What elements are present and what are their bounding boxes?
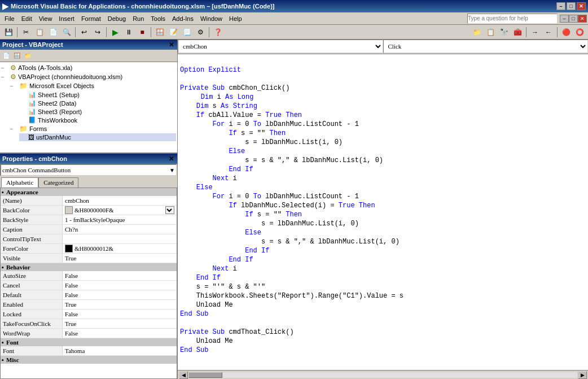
menu-view[interactable]: View	[36, 12, 56, 24]
tb-cut[interactable]: ✂	[20, 26, 32, 38]
tb-break[interactable]: ⏸	[122, 26, 135, 38]
prop-backcolor-label: BackColor	[1, 206, 63, 215]
tb-toggle-bkpt[interactable]: 🔴	[560, 26, 572, 38]
backcolor-dropdown[interactable]: ▼	[165, 206, 174, 214]
app-close-button[interactable]: ✕	[578, 15, 587, 23]
tree-item-sheet3[interactable]: 📊 Sheet3 (Report)	[19, 107, 176, 116]
prop-name-row[interactable]: (Name) cmbChon	[1, 196, 177, 206]
tree-item-atools[interactable]: – ⚙ ATools (A-Tools.xla)	[1, 63, 176, 72]
code-line: End If	[180, 246, 586, 255]
prop-takefocusonclick-row[interactable]: TakeFocusOnClick True	[1, 319, 177, 329]
tree-item-usfdanhmuc[interactable]: 🖼 usfDanhMuc	[19, 133, 176, 141]
menu-debug[interactable]: Debug	[104, 12, 129, 24]
prop-forecolor-value: &H80000012&	[63, 244, 177, 253]
project-panel-close[interactable]: ✕	[168, 41, 175, 49]
section-misc[interactable]: ▪ Misc	[1, 356, 177, 364]
prop-controltiptext-row[interactable]: ControlTipText	[1, 234, 177, 244]
tb-stop[interactable]: ■	[136, 26, 148, 38]
forecolor-swatch	[65, 245, 73, 252]
section-behavior-icon: ▪	[2, 264, 4, 271]
tb-redo[interactable]: ↪	[91, 26, 104, 38]
app-restore-button[interactable]: □	[569, 15, 578, 23]
properties-panel-close[interactable]: ✕	[168, 155, 175, 163]
code-line: Dim s As String	[180, 102, 586, 111]
menu-insert[interactable]: Insert	[55, 12, 78, 24]
code-object-selector[interactable]: cmbChon	[178, 40, 383, 53]
tree-item-thisworkbook[interactable]: 📘 ThisWorkbook	[19, 116, 176, 124]
menu-tools[interactable]: Tools	[147, 12, 169, 24]
pt-view-object[interactable]: 🪟	[12, 51, 22, 61]
close-button[interactable]: ✕	[577, 2, 586, 10]
icon-sheet3: 📊	[28, 108, 36, 115]
prop-font-row[interactable]: Font Tahoma	[1, 346, 177, 356]
tree-item-sheet1[interactable]: 📊 Sheet1 (Setup)	[19, 90, 176, 99]
minimize-button[interactable]: –	[556, 2, 565, 10]
tree-item-forms[interactable]: – 📁 Forms	[10, 124, 176, 133]
prop-caption-row[interactable]: Caption Ch?n	[1, 225, 177, 234]
tb-indent[interactable]: →	[529, 26, 541, 38]
tb-help[interactable]: ❓	[212, 26, 224, 38]
tb-properties[interactable]: 📋	[484, 26, 497, 38]
icon-atools: ⚙	[10, 64, 16, 72]
hscroll-thumb[interactable]	[188, 372, 222, 378]
section-font[interactable]: ▪ Font	[1, 338, 177, 346]
prop-forecolor-row[interactable]: ForeColor &H80000012&	[1, 244, 177, 254]
tb-run[interactable]: ▶	[109, 26, 121, 38]
prop-backstyle-row[interactable]: BackStyle 1 - fmBackStyleOpaque	[1, 215, 177, 225]
menu-file[interactable]: File	[1, 12, 18, 24]
code-area[interactable]: Option Explicit Private Sub cmbChon_Clic…	[178, 54, 588, 370]
tb-save[interactable]: 💾	[2, 26, 15, 38]
prop-autosize-label: AutoSize	[1, 271, 63, 280]
restore-button[interactable]: □	[567, 2, 576, 10]
prop-enabled-row[interactable]: Enabled True	[1, 300, 177, 310]
tb-procedure[interactable]: ⚙	[194, 26, 207, 38]
pt-toggle-folders[interactable]: 📁	[23, 51, 33, 61]
app-minimize-button[interactable]: –	[560, 15, 569, 23]
tb-classmodule[interactable]: 📃	[181, 26, 193, 38]
section-behavior[interactable]: ▪ Behavior	[1, 263, 177, 271]
tb-find[interactable]: 🔍	[60, 26, 73, 38]
prop-wordwrap-row[interactable]: WordWrap False	[1, 329, 177, 338]
label-sheet3: Sheet3 (Report)	[38, 108, 82, 115]
prop-controltiptext-value	[63, 234, 177, 243]
tb-outdent[interactable]: ←	[542, 26, 555, 38]
prop-backcolor-row[interactable]: BackColor &H8000000F& ▼	[1, 206, 177, 215]
tab-categorized[interactable]: Categorized	[38, 177, 78, 188]
prop-visible-row[interactable]: Visible True	[1, 254, 177, 263]
tree-item-sheet2[interactable]: 📊 Sheet2 (Data)	[19, 99, 176, 107]
prop-object-selector[interactable]: cmbChon CommandButton ▼	[0, 164, 177, 176]
menu-format[interactable]: Format	[78, 12, 104, 24]
prop-default-value: False	[63, 290, 177, 299]
properties-panel-title: Properties - cmbChon ✕	[0, 154, 177, 164]
tb-paste[interactable]: 📄	[47, 26, 59, 38]
tb-obj-browser[interactable]: 🔭	[498, 26, 510, 38]
prop-autosize-row[interactable]: AutoSize False	[1, 271, 177, 281]
tb-userform[interactable]: 🪟	[153, 26, 166, 38]
tb-project-explorer[interactable]: 📁	[471, 26, 483, 38]
hscroll-left[interactable]: ◀	[179, 371, 188, 379]
prop-locked-row[interactable]: Locked False	[1, 310, 177, 319]
tb-module[interactable]: 📝	[167, 26, 179, 38]
help-search[interactable]	[467, 14, 558, 24]
menu-help[interactable]: Help	[226, 12, 245, 24]
tree-item-vbaproject[interactable]: – ⚙ VBAProject (chonnhieudoituong.xlsm)	[1, 72, 176, 81]
properties-panel: Properties - cmbChon ✕ cmbChon CommandBu…	[0, 153, 177, 379]
tb-clear-bkpts[interactable]: ⭕	[573, 26, 586, 38]
prop-default-row[interactable]: Default False	[1, 290, 177, 300]
pt-view-code[interactable]: 📄	[1, 51, 11, 61]
menu-run[interactable]: Run	[129, 12, 147, 24]
tb-undo[interactable]: ↩	[78, 26, 90, 38]
prop-cancel-row[interactable]: Cancel False	[1, 281, 177, 290]
tb-copy[interactable]: 📋	[33, 26, 46, 38]
menu-window[interactable]: Window	[197, 12, 226, 24]
label-excel-objects: Microsoft Excel Objects	[29, 82, 94, 89]
code-proc-selector[interactable]: Click	[383, 40, 589, 53]
tree-item-excel-objects[interactable]: – 📁 Microsoft Excel Objects	[10, 81, 176, 90]
menu-edit[interactable]: Edit	[18, 12, 36, 24]
hscroll-right[interactable]: ▶	[578, 371, 587, 379]
label-sheet2: Sheet2 (Data)	[38, 100, 76, 107]
menu-addins[interactable]: Add-Ins	[169, 12, 197, 24]
tb-toolbox[interactable]: 🧰	[511, 26, 524, 38]
section-appearance[interactable]: ▪ Appearance	[1, 188, 177, 196]
tab-alphabetic[interactable]: Alphabetic	[1, 177, 38, 188]
